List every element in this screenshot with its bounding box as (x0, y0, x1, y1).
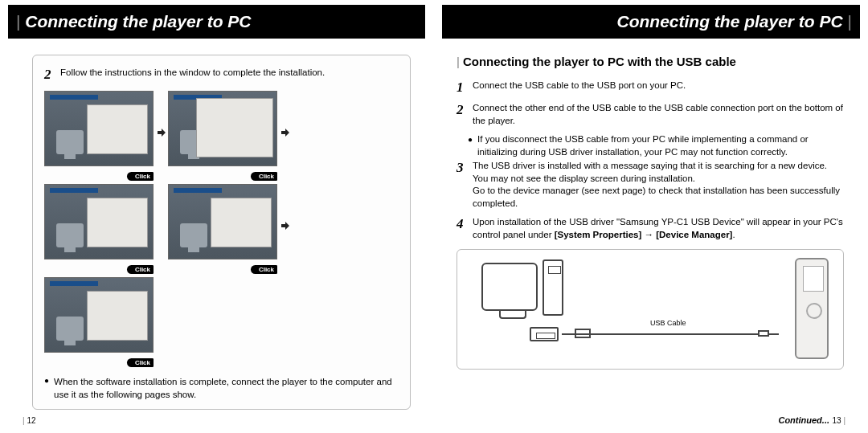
click-tag: Click (251, 172, 277, 181)
step-4-number: 4 (457, 216, 468, 232)
player-device-icon (795, 258, 829, 359)
usb-port-icon (530, 327, 559, 341)
arrow-right-icon (157, 126, 166, 136)
screenshot-3: Click (44, 184, 154, 272)
step-3: 3 The USB driver is installed with a mes… (457, 160, 844, 210)
page-right: Connecting the player to PC |Connecting … (434, 0, 868, 433)
step-3-number: 3 (457, 160, 468, 176)
step-2r-bullet: ● If you disconnect the USB cable from y… (468, 133, 844, 158)
header-title-left: Connecting the player to PC (16, 12, 252, 31)
subhead-text: Connecting the player to PC with the USB… (463, 55, 736, 68)
step-2r-bullet-text: If you disconnect the USB cable from you… (477, 133, 844, 158)
click-tag: Click (127, 172, 154, 181)
pc-tower-icon (542, 259, 563, 316)
footer-note-text: When the software installation is comple… (54, 375, 399, 401)
arrow-glyph: → (641, 230, 656, 239)
header-title-right: Connecting the player to PC (617, 12, 853, 31)
click-tag: Click (251, 265, 277, 274)
click-tag: Click (127, 265, 154, 274)
step-1: 1 Connect the USB cable to the USB port … (457, 80, 844, 96)
step-4: 4 Upon installation of the USB driver "S… (457, 216, 844, 241)
screenshot-grid: Click Click Click Click (44, 91, 399, 366)
step-3-text-extra: Go to the device manager (see next page)… (473, 186, 840, 208)
continued-label: Continued... (778, 415, 829, 425)
step-2-text: Follow the instructions in the window to… (60, 67, 325, 80)
step-2r-number: 2 (457, 102, 468, 118)
bullet-icon: ● (44, 375, 49, 401)
cable-line (562, 333, 779, 335)
screenshot-1: Click (44, 91, 154, 179)
screenshot-4: Click (168, 184, 277, 272)
header-bar-left: Connecting the player to PC (8, 5, 425, 39)
step-1-text: Connect the USB cable to the USB port on… (473, 80, 686, 92)
step-4-sysprops: [System Properties] (555, 230, 642, 239)
bullet-icon: ● (468, 133, 473, 158)
header-bar-right: Connecting the player to PC (442, 5, 860, 39)
screenshot-5: Click (44, 277, 154, 366)
content-left: 2 Follow the instructions in the window … (0, 39, 433, 410)
step-2-number: 2 (44, 67, 55, 83)
footer-note: ● When the software installation is comp… (44, 375, 399, 401)
step-3-text: The USB driver is installed with a messa… (473, 160, 844, 210)
step-2r: 2 Connect the other end of the USB cable… (457, 102, 844, 127)
usb-plug-b-icon (758, 330, 769, 337)
arrow-right-icon (280, 126, 290, 136)
usb-cable-label: USB Cable (650, 319, 686, 327)
page-number-right: 13 (832, 416, 845, 425)
step-3-text-main: The USB driver is installed with a messa… (473, 161, 827, 183)
step-4-text: Upon installation of the USB driver "Sam… (473, 216, 844, 241)
install-box: 2 Follow the instructions in the window … (32, 55, 411, 410)
content-right: |Connecting the player to PC with the US… (434, 39, 868, 370)
subheading: |Connecting the player to PC with the US… (457, 55, 844, 68)
monitor-icon (481, 263, 538, 311)
page-left: Connecting the player to PC 2 Follow the… (0, 0, 434, 433)
step-2r-text: Connect the other end of the USB cable t… (473, 102, 844, 127)
connection-diagram: USB Cable (457, 249, 844, 370)
step-1-number: 1 (457, 80, 468, 96)
arrow-right-icon (280, 219, 290, 229)
subhead-bar: | (457, 55, 460, 68)
page-spread: Connecting the player to PC 2 Follow the… (0, 0, 868, 433)
step-4-devmgr: [Device Manager] (656, 230, 732, 239)
screenshot-2: Click (168, 91, 277, 179)
step-4-period: . (732, 230, 735, 239)
click-tag: Click (127, 358, 154, 367)
step-2: 2 Follow the instructions in the window … (44, 67, 399, 83)
page-number-left: 12 (23, 416, 36, 425)
